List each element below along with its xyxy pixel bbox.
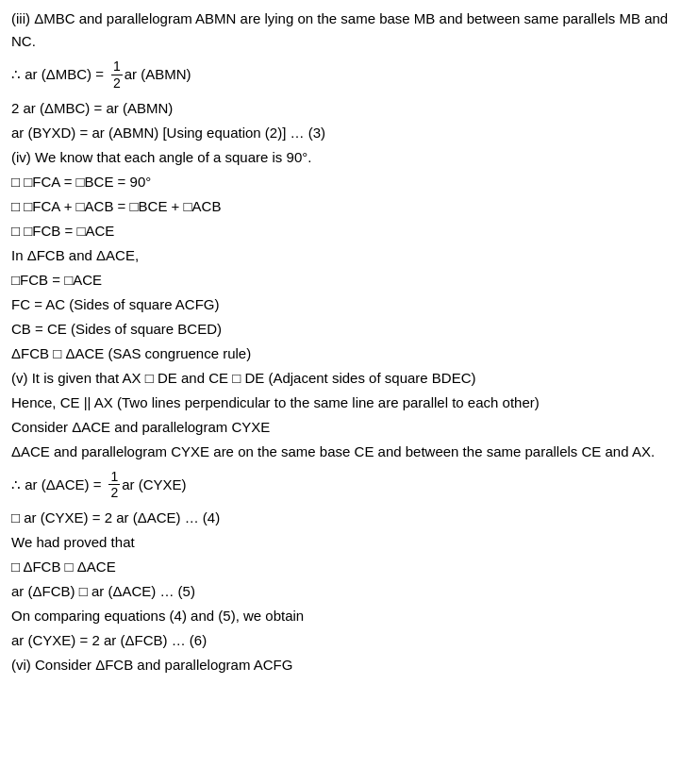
- line-ar-cyxe-4: □ ar (CYXE) = 2 ar (ΔACE) … (4): [11, 507, 670, 529]
- numerator-2: 1: [108, 469, 120, 486]
- line-cb-ce: CB = CE (Sides of square BCED): [11, 318, 670, 341]
- line-hence-ce-ax: Hence, CE || AX (Two lines perpendicular…: [11, 392, 670, 414]
- line-ar-fcb-ace-5: ar (ΔFCB) □ ar (ΔACE) … (5): [11, 580, 670, 603]
- line-iv-square-angle: (iv) We know that each angle of a square…: [11, 146, 670, 169]
- line-fcb-ace: □ □FCB = □ACE: [11, 220, 670, 242]
- line-fcb-ace-congruent: □ ΔFCB □ ΔACE: [11, 556, 670, 578]
- formula-suffix-2: ar (CYXE): [122, 474, 186, 496]
- formula-ace-cyxe: ∴ ar (ΔACE) = 1 2 ar (CYXE): [11, 469, 670, 502]
- line-we-had-proved: We had proved that: [11, 531, 670, 554]
- fraction-half-1: 1 2: [111, 58, 123, 92]
- therefore-symbol-2: ∴ ar (ΔACE) =: [11, 474, 101, 496]
- fraction-half-2: 1 2: [108, 469, 120, 502]
- line-vi-fcb-acfg: (vi) Consider ΔFCB and parallelogram ACF…: [11, 654, 670, 676]
- line-fc-ac: FC = AC (Sides of square ACFG): [11, 293, 670, 316]
- line-in-triangles: In ΔFCB and ΔACE,: [11, 244, 670, 267]
- therefore-symbol: ∴ ar (ΔMBC) =: [11, 63, 104, 86]
- denominator-2: 2: [108, 485, 120, 501]
- line-2ar-mbc: 2 ar (ΔMBC) = ar (ABMN): [11, 97, 670, 120]
- line-ar-cyxe-fcb-6: ar (CYXE) = 2 ar (ΔFCB) … (6): [11, 629, 670, 652]
- line-consider-ace: Consider ΔACE and parallelogram CYXE: [11, 416, 670, 439]
- formula-suffix-1: ar (ABMN): [125, 63, 191, 86]
- line-fca-acb: □ □FCA + □ACB = □BCE + □ACB: [11, 195, 670, 218]
- line-fcb-ace-eq: □FCB = □ACE: [11, 269, 670, 292]
- formula-mbc-abmn: ∴ ar (ΔMBC) = 1 2 ar (ABMN): [11, 58, 670, 92]
- line-v-ax-de: (v) It is given that AX □ DE and CE □ DE…: [11, 367, 670, 390]
- numerator-1: 1: [111, 58, 123, 75]
- denominator-1: 2: [111, 75, 123, 92]
- line-fca-bce: □ □FCA = □BCE = 90°: [11, 171, 670, 193]
- line-comparing-4-5: On comparing equations (4) and (5), we o…: [11, 605, 670, 627]
- line-ace-cyxe-same-base: ΔACE and parallelogram CYXE are on the s…: [11, 441, 670, 463]
- line-fcb-sas: ΔFCB □ ΔACE (SAS congruence rule): [11, 342, 670, 365]
- line-byxd-abmn: ar (BYXD) = ar (ABMN) [Using equation (2…: [11, 122, 670, 144]
- main-content: (iii) ΔMBC and parallelogram ABMN are ly…: [11, 8, 670, 676]
- line-iii-intro: (iii) ΔMBC and parallelogram ABMN are ly…: [11, 8, 670, 53]
